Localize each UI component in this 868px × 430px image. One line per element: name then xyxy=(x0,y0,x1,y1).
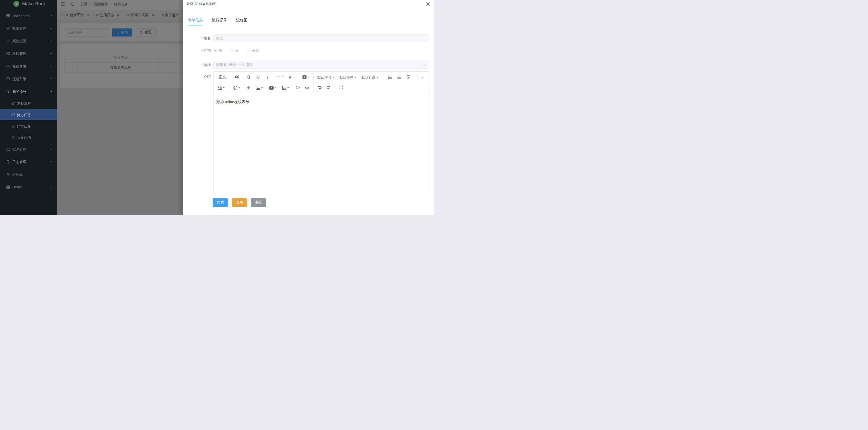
svg-text:3: 3 xyxy=(397,78,398,79)
